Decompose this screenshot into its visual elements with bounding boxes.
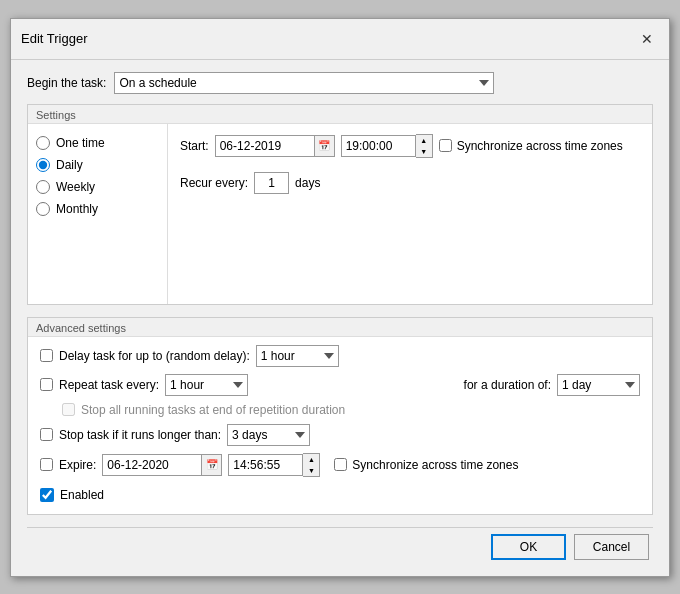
delay-task-checkbox[interactable] (40, 349, 53, 362)
settings-label: Settings (28, 105, 652, 124)
expire-time-spinner: ▲ ▼ (303, 453, 320, 477)
enabled-label: Enabled (60, 488, 104, 502)
delay-task-row: Delay task for up to (random delay): 30 … (40, 345, 640, 367)
start-date-wrap: 📅 (215, 135, 335, 157)
title-bar: Edit Trigger ✕ (11, 19, 669, 60)
weekly-label: Weekly (56, 180, 95, 194)
begin-task-label: Begin the task: (27, 76, 106, 90)
for-duration-label: for a duration of: (464, 378, 551, 392)
close-button[interactable]: ✕ (635, 27, 659, 51)
settings-section: Settings One time Daily Weekly (27, 104, 653, 305)
duration-dropdown[interactable]: 15 minutes 30 minutes 1 hour 8 hours 1 d… (557, 374, 640, 396)
time-spinner: ▲ ▼ (416, 134, 433, 158)
expire-date-input[interactable] (102, 454, 202, 476)
daily-label: Daily (56, 158, 83, 172)
one-time-radio[interactable] (36, 136, 50, 150)
schedule-type-panel: One time Daily Weekly Monthly (28, 124, 168, 304)
expire-time-wrap: ▲ ▼ (228, 453, 320, 477)
expire-sync-label: Synchronize across time zones (352, 458, 518, 472)
settings-inner: One time Daily Weekly Monthly (28, 124, 652, 304)
monthly-label: Monthly (56, 202, 98, 216)
start-label: Start: (180, 139, 209, 153)
button-row: OK Cancel (27, 527, 653, 564)
date-picker-button[interactable]: 📅 (315, 135, 335, 157)
begin-task-dropdown[interactable]: On a schedule At log on At startup On id… (114, 72, 494, 94)
delay-task-dropdown[interactable]: 30 minutes 1 hour 2 hours 4 hours (256, 345, 339, 367)
time-increment-button[interactable]: ▲ (416, 135, 432, 146)
sync-timezone-checkbox[interactable] (439, 139, 452, 152)
stop-running-row: Stop all running tasks at end of repetit… (40, 403, 640, 417)
monthly-radio[interactable] (36, 202, 50, 216)
expire-checkbox[interactable] (40, 458, 53, 471)
stop-longer-dropdown[interactable]: 30 minutes 1 hour 2 hours 1 day 3 days (227, 424, 310, 446)
stop-longer-row: Stop task if it runs longer than: 30 min… (40, 424, 640, 446)
enabled-checkbox[interactable] (40, 488, 54, 502)
sync-timezone-label: Synchronize across time zones (457, 139, 623, 153)
stop-running-checkbox[interactable] (62, 403, 75, 416)
dialog-title: Edit Trigger (21, 31, 87, 46)
advanced-label: Advanced settings (28, 318, 652, 337)
dialog-body: Begin the task: On a schedule At log on … (11, 60, 669, 576)
one-time-label: One time (56, 136, 105, 150)
expire-time-input[interactable] (228, 454, 303, 476)
weekly-radio[interactable] (36, 180, 50, 194)
expire-sync-option[interactable]: Synchronize across time zones (334, 458, 518, 472)
stop-longer-checkbox[interactable] (40, 428, 53, 441)
expire-time-decrement-button[interactable]: ▼ (303, 465, 319, 476)
repeat-task-checkbox[interactable] (40, 378, 53, 391)
edit-trigger-dialog: Edit Trigger ✕ Begin the task: On a sche… (10, 18, 670, 577)
cancel-button[interactable]: Cancel (574, 534, 649, 560)
expire-sync-checkbox[interactable] (334, 458, 347, 471)
one-time-option[interactable]: One time (36, 136, 159, 150)
sync-timezone-option[interactable]: Synchronize across time zones (439, 139, 623, 153)
schedule-config-panel: Start: 📅 ▲ ▼ (168, 124, 652, 304)
start-date-input[interactable] (215, 135, 315, 157)
expire-row: Expire: 📅 ▲ ▼ Synchronize a (40, 453, 640, 477)
enabled-row: Enabled (40, 484, 640, 506)
repeat-task-row: Repeat task every: 5 minutes 10 minutes … (40, 374, 640, 396)
stop-running-label: Stop all running tasks at end of repetit… (81, 403, 345, 417)
daily-option[interactable]: Daily (36, 158, 159, 172)
repeat-task-dropdown[interactable]: 5 minutes 10 minutes 30 minutes 1 hour (165, 374, 248, 396)
advanced-section: Advanced settings Delay task for up to (… (27, 317, 653, 515)
start-time-input[interactable] (341, 135, 416, 157)
start-time-wrap: ▲ ▼ (341, 134, 433, 158)
recur-label: Recur every: (180, 176, 248, 190)
start-row: Start: 📅 ▲ ▼ (180, 134, 640, 158)
ok-button[interactable]: OK (491, 534, 566, 560)
daily-radio[interactable] (36, 158, 50, 172)
expire-date-picker-button[interactable]: 📅 (202, 454, 222, 476)
expire-time-increment-button[interactable]: ▲ (303, 454, 319, 465)
monthly-option[interactable]: Monthly (36, 202, 159, 216)
advanced-inner: Delay task for up to (random delay): 30 … (28, 337, 652, 514)
repeat-task-label: Repeat task every: (59, 378, 159, 392)
recur-input[interactable] (254, 172, 289, 194)
stop-longer-label: Stop task if it runs longer than: (59, 428, 221, 442)
time-decrement-button[interactable]: ▼ (416, 146, 432, 157)
weekly-option[interactable]: Weekly (36, 180, 159, 194)
recur-row: Recur every: days (180, 172, 640, 194)
expire-label: Expire: (59, 458, 96, 472)
delay-task-label: Delay task for up to (random delay): (59, 349, 250, 363)
expire-date-wrap: 📅 (102, 454, 222, 476)
begin-task-row: Begin the task: On a schedule At log on … (27, 72, 653, 94)
days-label: days (295, 176, 320, 190)
